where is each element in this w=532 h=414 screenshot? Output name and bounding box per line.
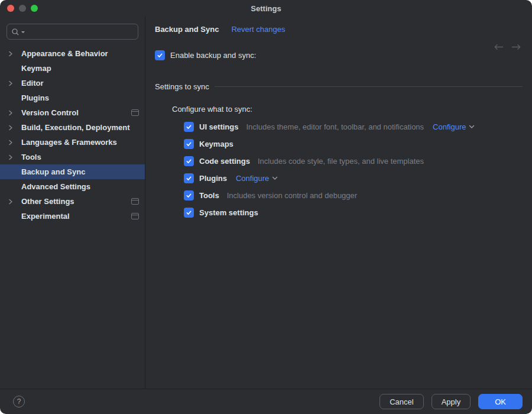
sync-item-label: UI settings <box>199 122 238 131</box>
minimize-window-button[interactable] <box>19 5 26 12</box>
ui-settings-checkbox[interactable] <box>184 122 194 132</box>
search-icon <box>11 28 20 36</box>
sidebar-item-label: Keymap <box>21 64 51 73</box>
sidebar-item-experimental[interactable]: Experimental <box>0 209 145 224</box>
back-arrow-icon[interactable] <box>494 44 504 50</box>
panel-header: Backup and Sync Revert changes <box>155 25 523 34</box>
page-title: Backup and Sync <box>155 25 219 34</box>
sync-item-description: Includes version control and debugger <box>227 191 357 200</box>
checkmark-icon <box>186 158 192 164</box>
configure-what-to-sync-label: Configure what to sync: <box>172 105 523 114</box>
dialog-footer: ? Cancel Apply OK <box>0 389 532 414</box>
sync-row-plugins: Plugins Configure <box>184 173 523 183</box>
chevron-right-icon[interactable] <box>8 109 21 117</box>
chevron-right-icon[interactable] <box>8 198 21 205</box>
sidebar-item-label: Version Control <box>21 108 79 117</box>
plugins-checkbox[interactable] <box>184 173 194 183</box>
sidebar-item-label: Editor <box>21 79 44 88</box>
chevron-right-icon[interactable] <box>8 139 21 146</box>
footer-buttons: Cancel Apply OK <box>379 394 523 409</box>
sync-item-description: Includes theme, editor font, toolbar, an… <box>246 122 424 131</box>
checkmark-icon <box>157 52 163 59</box>
search-options-caret-icon[interactable] <box>21 31 25 33</box>
plugins-configure-dropdown[interactable]: Configure <box>236 174 278 183</box>
sidebar-item-backup-and-sync[interactable]: Backup and Sync <box>0 164 145 179</box>
sidebar-item-editor[interactable]: Editor <box>0 76 145 90</box>
sync-row-code-settings: Code settings Includes code style, file … <box>184 156 523 166</box>
sidebar-item-build-execution-deployment[interactable]: Build, Execution, Deployment <box>0 120 145 135</box>
settings-tree: Appearance & Behavior Keymap Editor Plug… <box>0 46 145 224</box>
sidebar-item-label: Experimental <box>21 212 70 221</box>
section-divider <box>215 86 523 87</box>
forward-arrow-icon[interactable] <box>511 44 521 50</box>
sync-item-label: Keymaps <box>199 140 233 148</box>
sidebar-item-label: Plugins <box>21 93 49 102</box>
sync-item-label: System settings <box>199 208 258 217</box>
sidebar-item-label: Build, Execution, Deployment <box>21 123 129 132</box>
sidebar-item-plugins[interactable]: Plugins <box>0 90 145 105</box>
sidebar-item-advanced-settings[interactable]: Advanced Settings <box>0 179 145 194</box>
enable-backup-checkbox[interactable] <box>155 50 165 60</box>
sidebar-item-tools[interactable]: Tools <box>0 150 145 164</box>
chevron-right-icon[interactable] <box>8 154 21 161</box>
apply-button[interactable]: Apply <box>432 394 471 409</box>
sidebar-item-label: Tools <box>21 153 41 161</box>
sidebar-item-label: Backup and Sync <box>21 167 85 176</box>
sidebar-item-label: Other Settings <box>21 197 74 206</box>
window-title: Settings <box>251 4 281 13</box>
revert-changes-link[interactable]: Revert changes <box>231 25 285 34</box>
chevron-right-icon[interactable] <box>8 124 21 131</box>
cancel-button[interactable]: Cancel <box>379 394 423 409</box>
ui-settings-configure-dropdown[interactable]: Configure <box>433 122 475 131</box>
checkmark-icon <box>186 124 192 130</box>
traffic-lights <box>7 5 38 12</box>
chevron-right-icon[interactable] <box>8 50 21 57</box>
window-icon <box>131 213 139 219</box>
settings-to-sync-section-header: Settings to sync <box>155 82 523 91</box>
close-window-button[interactable] <box>7 5 14 12</box>
sync-row-ui-settings: UI settings Includes theme, editor font,… <box>184 121 523 132</box>
code-settings-checkbox[interactable] <box>184 156 194 166</box>
sidebar-item-label: Languages & Frameworks <box>21 138 117 147</box>
sidebar-item-label: Appearance & Behavior <box>21 49 108 58</box>
checkmark-icon <box>186 175 192 182</box>
ok-button[interactable]: OK <box>478 394 523 409</box>
window-icon <box>131 109 139 116</box>
keymaps-checkbox[interactable] <box>184 139 194 149</box>
tools-checkbox[interactable] <box>184 190 194 200</box>
search-input[interactable] <box>27 27 134 37</box>
help-button[interactable]: ? <box>13 396 25 407</box>
titlebar: Settings <box>0 0 532 17</box>
sync-item-label: Tools <box>199 191 219 200</box>
sync-row-keymaps: Keymaps <box>184 138 523 149</box>
chevron-right-icon[interactable] <box>8 80 21 87</box>
backup-and-sync-panel: Backup and Sync Revert changes Enable ba… <box>145 17 532 389</box>
question-mark-icon: ? <box>17 397 21 406</box>
sidebar-item-appearance-behavior[interactable]: Appearance & Behavior <box>0 46 145 61</box>
window-icon <box>131 198 139 205</box>
sync-row-tools: Tools Includes version control and debug… <box>184 190 523 200</box>
sidebar-item-keymap[interactable]: Keymap <box>0 61 145 76</box>
sync-item-label: Code settings <box>199 157 250 166</box>
history-navigation <box>494 44 521 50</box>
sidebar-item-other-settings[interactable]: Other Settings <box>0 194 145 209</box>
enable-backup-label: Enable backup and sync: <box>170 51 256 60</box>
enable-backup-row: Enable backup and sync: <box>155 50 523 60</box>
sync-items-list: UI settings Includes theme, editor font,… <box>184 121 523 218</box>
zoom-window-button[interactable] <box>31 5 38 12</box>
sync-item-description: Includes code style, file types, and liv… <box>258 157 424 166</box>
system-settings-checkbox[interactable] <box>184 208 194 218</box>
sidebar-item-label: Advanced Settings <box>21 182 90 191</box>
sidebar-item-version-control[interactable]: Version Control <box>0 105 145 120</box>
chevron-down-icon <box>272 176 278 180</box>
checkmark-icon <box>186 141 192 147</box>
section-title: Settings to sync <box>155 82 209 91</box>
settings-window: Settings Appearance & Behavior K <box>0 0 532 414</box>
search-box[interactable] <box>7 24 138 40</box>
sync-row-system-settings: System settings <box>184 207 523 218</box>
checkmark-icon <box>186 209 192 216</box>
checkmark-icon <box>186 192 192 199</box>
settings-sidebar: Appearance & Behavior Keymap Editor Plug… <box>0 17 145 389</box>
sidebar-item-languages-frameworks[interactable]: Languages & Frameworks <box>0 135 145 150</box>
sync-item-label: Plugins <box>199 174 227 183</box>
